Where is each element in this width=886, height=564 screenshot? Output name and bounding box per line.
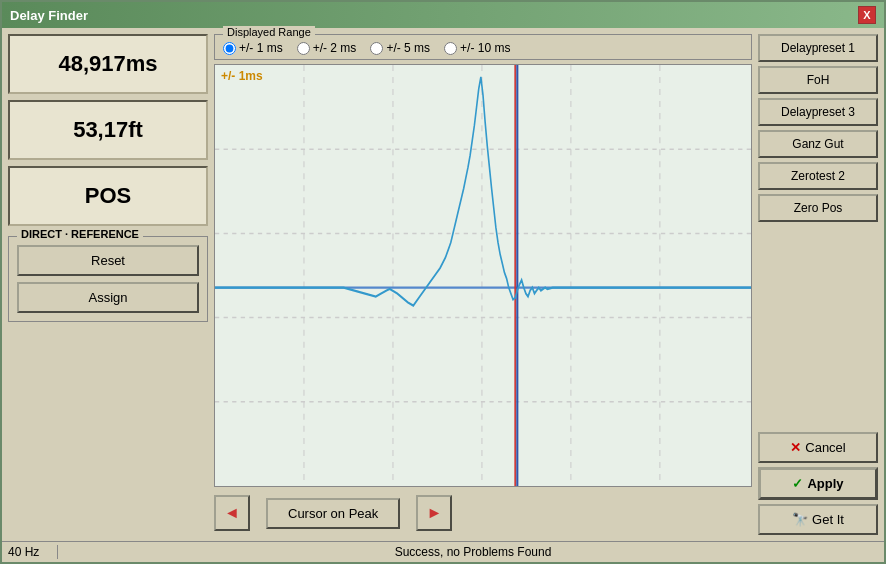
preset-button-3[interactable]: Delaypreset 3 bbox=[758, 98, 878, 126]
cursor-on-peak-button[interactable]: Cursor on Peak bbox=[266, 498, 400, 529]
range-option-2ms[interactable]: +/- 2 ms bbox=[297, 41, 357, 55]
phase-value: POS bbox=[85, 183, 131, 209]
left-arrow-icon: ◄ bbox=[224, 504, 240, 522]
preset-button-4[interactable]: Ganz Gut bbox=[758, 130, 878, 158]
waveform-chart: +/- 1ms bbox=[214, 64, 752, 487]
right-panel: Delaypreset 1 FoH Delaypreset 3 Ganz Gut… bbox=[758, 34, 878, 535]
title-bar: Delay Finder X bbox=[2, 2, 884, 28]
apply-button[interactable]: ✓ Apply bbox=[758, 467, 878, 500]
preset-button-5[interactable]: Zerotest 2 bbox=[758, 162, 878, 190]
right-arrow-icon: ► bbox=[426, 504, 442, 522]
range-label-5ms: +/- 5 ms bbox=[386, 41, 430, 55]
nav-controls: ◄ Cursor on Peak ► bbox=[214, 495, 452, 531]
range-label-10ms: +/- 10 ms bbox=[460, 41, 510, 55]
bottom-controls: ◄ Cursor on Peak ► bbox=[214, 491, 752, 535]
range-option-10ms[interactable]: +/- 10 ms bbox=[444, 41, 510, 55]
radio-group: +/- 1 ms +/- 2 ms +/- 5 ms +/- 10 ms bbox=[223, 39, 510, 55]
spacer bbox=[758, 226, 878, 428]
apply-label: Apply bbox=[807, 476, 843, 491]
range-label-2ms: +/- 2 ms bbox=[313, 41, 357, 55]
preset-button-6[interactable]: Zero Pos bbox=[758, 194, 878, 222]
preset-button-1[interactable]: Delaypreset 1 bbox=[758, 34, 878, 62]
left-panel: 48,917ms 53,17ft POS DIRECT · REFERENCE … bbox=[8, 34, 208, 535]
distance-value: 53,17ft bbox=[73, 117, 143, 143]
reference-group-label: DIRECT · REFERENCE bbox=[17, 228, 143, 240]
range-option-1ms[interactable]: +/- 1 ms bbox=[223, 41, 283, 55]
window-title: Delay Finder bbox=[10, 8, 88, 23]
frequency-display: 40 Hz bbox=[8, 545, 58, 559]
get-it-label: Get It bbox=[812, 512, 844, 527]
range-group: Displayed Range +/- 1 ms +/- 2 ms +/- 5 … bbox=[214, 34, 752, 60]
x-icon: ✕ bbox=[790, 440, 801, 455]
distance-value-box: 53,17ft bbox=[8, 100, 208, 160]
range-option-5ms[interactable]: +/- 5 ms bbox=[370, 41, 430, 55]
delay-value: 48,917ms bbox=[58, 51, 157, 77]
reference-group: DIRECT · REFERENCE Reset Assign bbox=[8, 236, 208, 322]
binoculars-icon: 🔭 bbox=[792, 512, 808, 527]
delay-finder-window: Delay Finder X 48,917ms 53,17ft POS DIRE… bbox=[0, 0, 886, 564]
left-arrow-button[interactable]: ◄ bbox=[214, 495, 250, 531]
status-bar: 40 Hz Success, no Problems Found bbox=[2, 541, 884, 562]
cancel-label: Cancel bbox=[805, 440, 845, 455]
right-arrow-button[interactable]: ► bbox=[416, 495, 452, 531]
reset-button[interactable]: Reset bbox=[17, 245, 199, 276]
get-it-button[interactable]: 🔭 Get It bbox=[758, 504, 878, 535]
chart-label: +/- 1ms bbox=[221, 69, 263, 83]
range-label-1ms: +/- 1 ms bbox=[239, 41, 283, 55]
assign-button[interactable]: Assign bbox=[17, 282, 199, 313]
phase-value-box: POS bbox=[8, 166, 208, 226]
delay-value-box: 48,917ms bbox=[8, 34, 208, 94]
main-content: 48,917ms 53,17ft POS DIRECT · REFERENCE … bbox=[2, 28, 884, 541]
close-button[interactable]: X bbox=[858, 6, 876, 24]
range-group-label: Displayed Range bbox=[223, 26, 315, 38]
waveform-svg bbox=[215, 65, 751, 486]
center-panel: Displayed Range +/- 1 ms +/- 2 ms +/- 5 … bbox=[214, 34, 752, 535]
status-message: Success, no Problems Found bbox=[68, 545, 878, 559]
cancel-button[interactable]: ✕ Cancel bbox=[758, 432, 878, 463]
check-icon: ✓ bbox=[792, 476, 803, 491]
preset-button-2[interactable]: FoH bbox=[758, 66, 878, 94]
